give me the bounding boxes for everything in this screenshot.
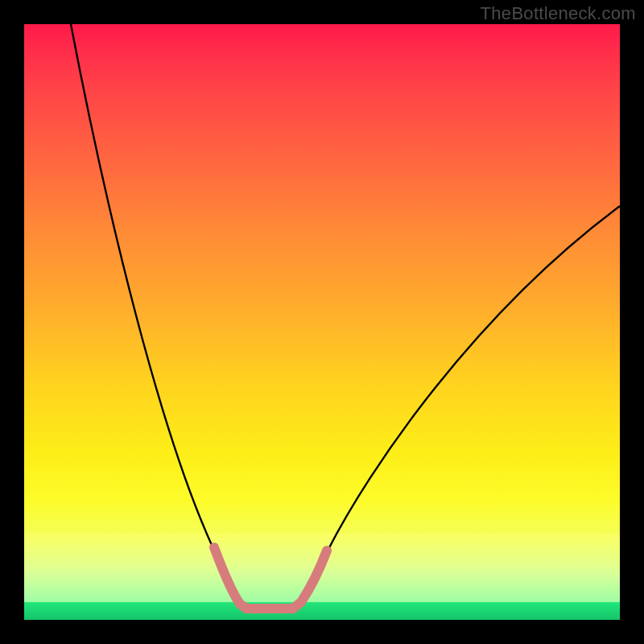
bottleneck-curve [71,24,620,607]
curve-overlay [24,24,620,620]
optimal-marker-right [293,551,327,609]
watermark-text: TheBottleneck.com [481,3,636,24]
chart-frame: TheBottleneck.com [0,0,644,644]
optimal-marker-left [214,547,246,609]
plot-area [24,24,620,620]
